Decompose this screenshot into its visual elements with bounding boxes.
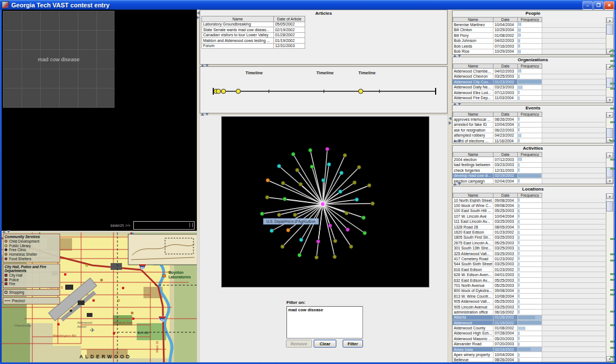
table-row[interactable]: 905 Alderwood Vall...05/25/2003 — [453, 299, 606, 304]
scroll-up-icon[interactable]: ▲ — [606, 18, 613, 23]
graph-node[interactable] — [315, 256, 319, 260]
graph-node[interactable] — [296, 168, 299, 172]
graph-node[interactable] — [286, 228, 290, 232]
graph-node[interactable] — [281, 181, 285, 185]
column-header[interactable]: Name — [453, 17, 493, 22]
table-row[interactable]: 813 W. Wine Countr...10/08/2004 — [453, 294, 606, 299]
table-row[interactable]: Alderwood Fire Dep...11/03/2004 — [453, 96, 606, 101]
table-row[interactable]: 100 East South Hill ...05/25/2003 — [453, 209, 606, 214]
table-row[interactable]: 1620 East Edison01/23/2002 — [453, 230, 606, 235]
splitter-up-button[interactable] — [2, 230, 6, 233]
splitter-dn-button[interactable] — [458, 103, 461, 105]
articles-col-name[interactable]: Name — [202, 16, 274, 22]
column-header[interactable]: Frequency — [518, 64, 542, 69]
table-row[interactable]: election campaign02/04/2004 — [453, 179, 606, 184]
column-header[interactable]: Name — [453, 64, 493, 69]
splitter-rt-button[interactable] — [197, 16, 200, 19]
graph-node[interactable] — [277, 164, 281, 168]
column-header[interactable]: Name — [453, 193, 493, 198]
table-row[interactable]: Apex winery property10/04/2004 — [453, 352, 606, 357]
table-row[interactable]: develop mad cow di...02/19/2002 — [453, 173, 606, 179]
scrollbar[interactable]: ▲▼ — [606, 18, 613, 54]
graph-node[interactable] — [310, 165, 314, 169]
filter-list[interactable]: mad cow disease — [286, 306, 363, 338]
article-row[interactable]: State Senate wants mad cow diseas...02/1… — [202, 27, 305, 33]
clear-button[interactable]: Clear — [314, 340, 336, 348]
splitter-up-button[interactable] — [453, 103, 457, 105]
column-header[interactable]: Name — [453, 112, 493, 117]
table-row[interactable]: Alderwood Elks Lod...07/12/2003 — [453, 90, 606, 96]
scroll-down-icon[interactable]: ▼ — [606, 178, 613, 184]
scroll-down-icon[interactable]: ▼ — [606, 97, 613, 103]
graph-node[interactable] — [292, 153, 296, 156]
graph-node[interactable] — [334, 239, 337, 243]
splitter-dn-button[interactable] — [458, 139, 461, 142]
query-node-view[interactable]: mad cow disease — [3, 11, 115, 108]
table-row[interactable]: 905 Lincoln Avenue03/25/2003 — [453, 304, 606, 310]
table-row[interactable]: 632 East Edison Av...05/25/2003 — [453, 278, 606, 283]
article-row[interactable]: Canadian visitors to tour Lower Valley01… — [202, 32, 305, 38]
table-row[interactable]: 107 W. Lincoln Ave10/04/2004 — [453, 214, 606, 219]
table-row[interactable]: 800 block of Dykstra...09/08/2004 — [453, 289, 606, 294]
article-row[interactable]: Laboratory Groundbreaking05/05/2002 — [202, 22, 305, 27]
splitter-dn-button[interactable] — [205, 113, 209, 116]
splitter-up-button[interactable] — [453, 54, 457, 57]
graph-node[interactable] — [298, 253, 302, 257]
splitter-center-right[interactable] — [448, 10, 452, 362]
table-row[interactable]: ask for resignation06/22/2003 — [453, 128, 606, 133]
graph-node[interactable] — [340, 171, 344, 175]
table-row[interactable]: Alexander Road07/20/2003 — [453, 342, 606, 347]
column-header[interactable]: Date — [493, 152, 518, 157]
table-row[interactable]: Alderwood City Cou...01/23/2002 — [453, 79, 606, 85]
graph-node[interactable] — [317, 240, 320, 244]
graph-node[interactable] — [371, 202, 375, 206]
graph-node[interactable] — [345, 211, 349, 215]
graph-node[interactable] — [357, 166, 361, 170]
table-row[interactable]: check forgeries12/31/2003 — [453, 168, 606, 173]
table-row[interactable]: 616 East Edison01/23/2002 — [453, 267, 606, 272]
scrollbar[interactable]: ▲▼ — [606, 112, 613, 143]
table-row[interactable]: Alberta01/28/2002 — [453, 315, 606, 320]
splitter-up-button[interactable] — [453, 183, 457, 185]
splitter-up-button[interactable] — [453, 139, 457, 142]
scroll-up-icon[interactable]: ▲ — [606, 112, 613, 118]
table-row[interactable]: Alderwood County01/08/2002 — [453, 325, 606, 331]
center-splitter-2[interactable] — [200, 113, 448, 115]
graph-node[interactable] — [326, 147, 330, 151]
column-header[interactable]: Date — [493, 64, 518, 69]
table-row[interactable]: approves interlocal ...08/26/2004 — [453, 117, 606, 122]
splitter-dn-button[interactable] — [7, 230, 10, 233]
column-header[interactable]: Date — [493, 17, 518, 22]
network-graph-panel[interactable] — [221, 116, 429, 287]
splitter-lf-button[interactable] — [449, 117, 452, 120]
articles-col-date[interactable]: Date of Article — [274, 16, 305, 22]
table-row[interactable]: 111 East Lincoln Av...03/25/2003 — [453, 219, 606, 225]
splitter-dn-button[interactable] — [458, 183, 461, 185]
table-row[interactable]: administration office06/16/2002 — [453, 310, 606, 315]
graph-node[interactable] — [270, 229, 274, 233]
graph-node[interactable] — [346, 228, 350, 232]
table-row[interactable]: Alderwood High Sch...07/28/2004 — [453, 331, 606, 336]
graph-node[interactable] — [327, 163, 331, 167]
splitter-up-button[interactable] — [201, 113, 204, 116]
graph-node-label[interactable]: U.S. Department of Agriculture — [263, 218, 319, 225]
table-row[interactable]: Alderwood Chambe...04/02/2003 — [453, 69, 606, 74]
graph-node[interactable] — [265, 196, 269, 200]
splitter-dn-button[interactable] — [458, 54, 461, 57]
graph-node[interactable] — [322, 179, 326, 183]
search-input[interactable] — [133, 221, 195, 230]
graph-center-node[interactable] — [320, 202, 325, 206]
scroll-up-icon[interactable]: ▲ — [606, 153, 613, 158]
scroll-thumb[interactable] — [606, 201, 613, 211]
graph-node[interactable] — [368, 184, 372, 188]
table-row[interactable]: board of elections ...11/16/2004 — [453, 138, 606, 143]
timeline-axis[interactable] — [200, 67, 447, 113]
title-bar[interactable]: Georgia Tech VAST contest entry – ❐ ✕ — [0, 0, 616, 10]
table-row[interactable]: Bellevue08/26/2004 — [453, 358, 606, 362]
splitter-up-button[interactable] — [201, 64, 204, 67]
splitter-dn-button[interactable] — [205, 64, 209, 67]
graph-node[interactable] — [277, 213, 281, 217]
graph-node[interactable] — [333, 255, 337, 259]
map-panel[interactable]: 8282 BoyntonLaboratoriesSecond AvePacker… — [2, 232, 197, 362]
table-row[interactable]: Bill Flory01/08/2002 — [453, 33, 606, 39]
